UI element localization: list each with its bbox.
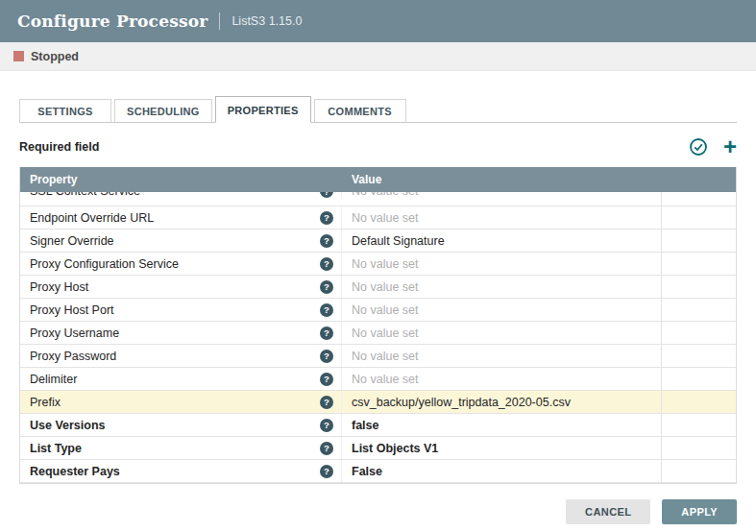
table-row[interactable]: Proxy Password ? No value set — [20, 345, 736, 368]
property-name: Delimiter — [30, 373, 77, 386]
property-cell: Requester Pays ? — [20, 460, 342, 482]
row-spacer — [661, 391, 736, 413]
property-value[interactable]: No value set — [342, 211, 661, 225]
table-header-row: Property Value — [20, 167, 736, 192]
stopped-icon — [13, 51, 24, 61]
table-row[interactable]: Proxy Configuration Service ? No value s… — [20, 253, 736, 276]
property-cell: List Type ? — [20, 437, 342, 459]
table-row[interactable]: SSL Context Service ? No value set — [20, 192, 736, 206]
property-cell: SSL Context Service ? — [20, 192, 342, 198]
property-value[interactable]: No value set — [342, 192, 661, 198]
property-value[interactable]: No value set — [342, 326, 661, 340]
table-row[interactable]: List Type ? List Objects V1 — [20, 437, 736, 460]
row-spacer — [661, 322, 736, 344]
dialog-footer: CANCEL APPLY — [566, 499, 737, 524]
property-name: SSL Context Service — [30, 192, 140, 198]
properties-panel-header: Required field + — [19, 134, 737, 159]
panel-icons: + — [689, 137, 737, 157]
property-name: Proxy Host Port — [30, 303, 114, 317]
help-icon[interactable]: ? — [320, 280, 333, 294]
column-header-property: Property — [20, 173, 342, 186]
column-header-value: Value — [342, 173, 660, 186]
table-row[interactable]: Signer Override ? Default Signature — [20, 230, 736, 253]
configure-processor-dialog: Configure Processor ListS3 1.15.0 Stoppe… — [0, 0, 756, 484]
property-cell: Endpoint Override URL ? — [20, 206, 342, 229]
status-bar: Stopped — [0, 42, 756, 71]
processor-type-version: ListS3 1.15.0 — [232, 14, 302, 28]
row-spacer — [661, 299, 736, 321]
property-value[interactable]: Default Signature — [342, 234, 661, 248]
row-spacer — [661, 437, 736, 459]
property-name: Signer Override — [30, 234, 114, 248]
help-icon[interactable]: ? — [320, 211, 333, 225]
cancel-button[interactable]: CANCEL — [566, 499, 650, 524]
property-value[interactable]: No value set — [342, 280, 661, 294]
status-label: Stopped — [31, 50, 79, 63]
add-property-icon[interactable]: + — [723, 137, 737, 157]
help-icon[interactable]: ? — [320, 373, 333, 386]
table-row[interactable]: Delimiter ? No value set — [20, 368, 736, 391]
dialog-header: Configure Processor ListS3 1.15.0 — [0, 0, 756, 42]
title-divider — [219, 12, 220, 30]
row-spacer — [661, 192, 736, 206]
table-row[interactable]: Prefix ? csv_backup/yellow_tripdata_2020… — [20, 391, 736, 414]
required-field-label: Required field — [19, 140, 99, 154]
tab-properties[interactable]: PROPERTIES — [215, 96, 311, 123]
tab-settings[interactable]: SETTINGS — [19, 99, 111, 123]
apply-button[interactable]: APPLY — [662, 499, 737, 524]
table-row[interactable]: Proxy Host Port ? No value set — [20, 299, 736, 322]
dialog-content: SETTINGS SCHEDULING PROPERTIES COMMENTS … — [0, 96, 756, 484]
table-row[interactable]: Use Versions ? false — [20, 414, 736, 437]
verify-properties-icon[interactable] — [689, 137, 708, 157]
property-value[interactable]: No value set — [342, 350, 661, 363]
property-cell: Prefix ? — [20, 391, 342, 413]
property-name: Proxy Password — [30, 350, 116, 363]
property-value[interactable]: No value set — [342, 303, 661, 317]
property-value[interactable]: No value set — [342, 257, 661, 271]
property-cell: Proxy Username ? — [20, 322, 342, 344]
property-name: Requester Pays — [30, 465, 120, 478]
property-value[interactable]: csv_backup/yellow_tripdata_2020-05.csv — [342, 396, 661, 409]
help-icon[interactable]: ? — [320, 192, 333, 198]
row-spacer — [661, 345, 736, 367]
help-icon[interactable]: ? — [320, 465, 333, 478]
table-row[interactable]: Endpoint Override URL ? No value set — [20, 206, 736, 230]
tab-bar: SETTINGS SCHEDULING PROPERTIES COMMENTS — [19, 96, 737, 123]
row-spacer — [661, 368, 736, 390]
table-row[interactable]: Proxy Host ? No value set — [20, 276, 736, 299]
property-name: Proxy Host — [30, 280, 88, 294]
help-icon[interactable]: ? — [320, 350, 333, 363]
help-icon[interactable]: ? — [320, 257, 333, 271]
table-row[interactable]: Proxy Username ? No value set — [20, 322, 736, 345]
row-spacer — [661, 253, 736, 275]
table-row[interactable]: Requester Pays ? False — [20, 460, 736, 483]
tab-scheduling[interactable]: SCHEDULING — [114, 99, 212, 123]
property-cell: Proxy Host ? — [20, 276, 342, 298]
property-name: Proxy Username — [30, 326, 119, 340]
row-spacer — [661, 206, 736, 229]
property-value[interactable]: No value set — [342, 373, 661, 386]
tab-comments[interactable]: COMMENTS — [314, 99, 406, 123]
property-cell: Proxy Password ? — [20, 345, 342, 367]
row-spacer — [661, 276, 736, 298]
help-icon[interactable]: ? — [320, 234, 333, 248]
help-icon[interactable]: ? — [320, 419, 333, 432]
property-value[interactable]: False — [342, 465, 661, 478]
property-name: List Type — [30, 442, 82, 455]
property-cell: Use Versions ? — [20, 414, 342, 436]
property-cell: Proxy Host Port ? — [20, 299, 342, 321]
property-name: Use Versions — [30, 419, 106, 432]
help-icon[interactable]: ? — [320, 442, 333, 455]
help-icon[interactable]: ? — [320, 326, 333, 340]
property-value[interactable]: List Objects V1 — [342, 442, 661, 455]
row-spacer — [661, 230, 736, 252]
dialog-title: Configure Processor — [17, 12, 207, 31]
property-value[interactable]: false — [342, 419, 661, 432]
property-cell: Delimiter ? — [20, 368, 342, 390]
row-spacer — [661, 414, 736, 436]
property-name: Prefix — [30, 396, 61, 409]
help-icon[interactable]: ? — [320, 396, 333, 409]
property-cell: Signer Override ? — [20, 230, 342, 252]
property-name: Endpoint Override URL — [30, 211, 154, 225]
help-icon[interactable]: ? — [320, 303, 333, 317]
